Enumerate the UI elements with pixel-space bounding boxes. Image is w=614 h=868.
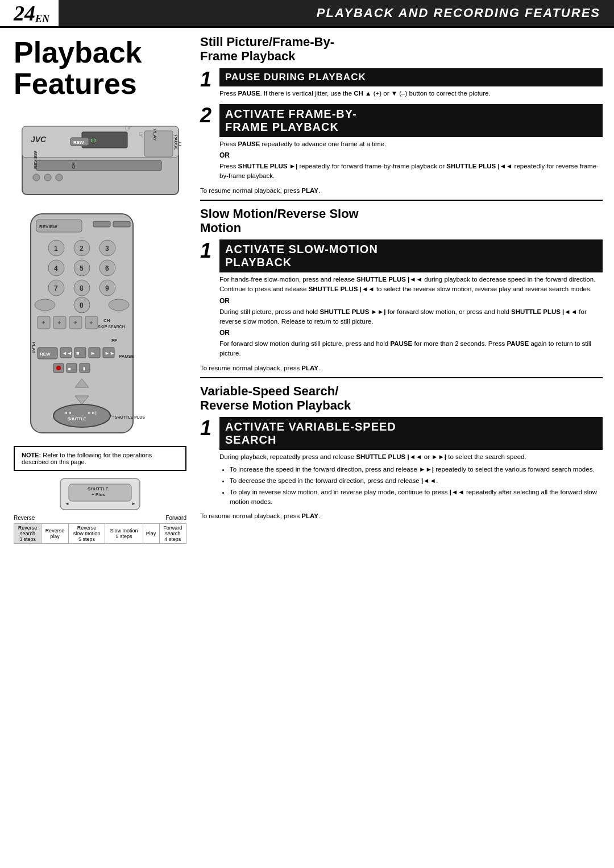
- slow-motion-title: ACTIVATE SLOW-MOTIONPLAYBACK: [225, 243, 597, 269]
- shuttle-direction-row: Reverse Forward: [14, 515, 186, 521]
- svg-point-77: [53, 404, 110, 427]
- svg-text:◄◄: ◄◄: [62, 350, 72, 356]
- main-content: PlaybackFeatures JVC 12:00: [0, 28, 614, 557]
- svg-text:►►: ►►: [105, 350, 115, 356]
- svg-text:■: ■: [68, 366, 71, 371]
- svg-text:⏸: ⏸: [81, 366, 86, 371]
- page-number: 24EN: [0, 0, 59, 26]
- svg-text:CH: CH: [71, 162, 76, 169]
- shuttle-col-reverse-slow: Reverseslow motion5 steps: [68, 524, 105, 544]
- svg-text:+ Plus: + Plus: [92, 492, 105, 497]
- svg-text:7: 7: [54, 284, 58, 292]
- variable-speed-header: ACTIVATE VARIABLE-SPEEDSEARCH: [219, 417, 603, 450]
- svg-text:☞: ☞: [125, 123, 132, 133]
- frame-by-frame-header: ACTIVATE FRAME-BY-FRAME PLAYBACK: [219, 104, 603, 137]
- shuttle-table: Reversesearch3 steps Reverseplay Reverse…: [14, 523, 186, 544]
- svg-text:►►|: ►►|: [88, 411, 97, 415]
- svg-text:+: +: [89, 319, 93, 326]
- still-step-1: 1 PAUSE DURING PLAYBACK Press PAUSE. If …: [200, 68, 603, 101]
- svg-text:■: ■: [76, 350, 79, 356]
- svg-point-5: [44, 174, 51, 181]
- vcr-device-illustration: JVC 12:00 FF PLAY PAUSE REW: [19, 109, 186, 202]
- svg-text:REVIEW: REVIEW: [39, 224, 57, 229]
- shuttle-col-forward-search: Forwardsearch4 steps: [159, 524, 186, 544]
- svg-text:4: 4: [54, 264, 58, 272]
- vcr-svg: JVC 12:00 FF PLAY PAUSE REW: [19, 109, 184, 200]
- svg-text:8: 8: [80, 284, 84, 292]
- svg-text:2: 2: [80, 245, 84, 253]
- frame-by-frame-title: ACTIVATE FRAME-BY-FRAME PLAYBACK: [225, 108, 597, 134]
- section-divider-2: [200, 377, 603, 378]
- svg-text:☟: ☟: [139, 130, 144, 139]
- remote-svg: REVIEW 1 2 3 4 5 6: [14, 211, 150, 439]
- pause-playback-title: PAUSE DURING PLAYBACK: [225, 72, 597, 83]
- svg-text:PAUSE: PAUSE: [119, 354, 135, 359]
- svg-text:+: +: [42, 319, 45, 326]
- still-picture-heading: Still Picture/Frame-By-Frame Playback: [200, 35, 603, 64]
- page-heading: PlaybackFeatures: [14, 37, 186, 99]
- variable-speed-title: ACTIVATE VARIABLE-SPEEDSEARCH: [225, 420, 597, 447]
- slow-motion-text2: During still picture, press and hold SHU…: [219, 307, 603, 327]
- svg-text:5: 5: [80, 264, 84, 272]
- note-prefix: NOTE:: [22, 452, 41, 458]
- svg-text:SHUTTLE: SHUTTLE: [88, 486, 109, 491]
- svg-point-44: [35, 299, 55, 311]
- header-title: PLAYBACK AND RECORDING FEATURES: [59, 0, 614, 26]
- right-column: Still Picture/Frame-By-Frame Playback 1 …: [193, 28, 614, 557]
- svg-text:3: 3: [105, 245, 109, 253]
- svg-text:FF: FF: [111, 338, 117, 343]
- shuttle-diagram: SHUTTLE + Plus ◄ ► Reverse Forward Rever…: [14, 476, 186, 544]
- variable-step-1: 1 ACTIVATE VARIABLE-SPEEDSEARCH During p…: [200, 417, 603, 509]
- still-resume-text: To resume normal playback, press PLAY.: [200, 187, 603, 194]
- step-number-2: 2: [200, 104, 219, 184]
- still-picture-section: Still Picture/Frame-By-Frame Playback 1 …: [200, 35, 603, 194]
- svg-text:REVIEW: REVIEW: [33, 151, 38, 169]
- shuttle-right-label: Forward: [165, 515, 186, 521]
- slow-motion-section: Slow Motion/Reverse SlowMotion 1 ACTIVAT…: [200, 206, 603, 371]
- or-divider-1: OR: [219, 151, 603, 159]
- or-divider-2: OR: [219, 297, 603, 305]
- shuttle-left-label: Reverse: [14, 515, 35, 521]
- svg-rect-23: [113, 221, 130, 227]
- header-title-text: PLAYBACK AND RECORDING FEATURES: [317, 6, 600, 20]
- variable-speed-bullets: To increase the speed in the forward dir…: [219, 465, 603, 507]
- shuttle-col-slow-motion: Slow motion5 steps: [105, 524, 143, 544]
- slow-step-1: 1 ACTIVATE SLOW-MOTIONPLAYBACK For hands…: [200, 239, 603, 361]
- variable-speed-section: Variable-Speed Search/Reverse Motion Pla…: [200, 384, 603, 519]
- svg-text:9: 9: [105, 284, 109, 292]
- bullet-1: To increase the speed in the forward dir…: [230, 465, 603, 474]
- svg-text:PLAY: PLAY: [152, 129, 157, 141]
- svg-text:◄: ◄: [65, 501, 69, 506]
- pause-playback-text: Press PAUSE. If there is vertical jitter…: [219, 89, 603, 98]
- svg-text:JVC: JVC: [31, 135, 47, 144]
- slow-motion-text3: For forward slow motion during still pic…: [219, 339, 603, 359]
- page-en-text: EN: [35, 14, 49, 24]
- shuttle-diagram-svg: SHUTTLE + Plus ◄ ►: [55, 476, 146, 512]
- svg-point-45: [109, 299, 129, 311]
- page-num-text: 24: [14, 2, 35, 24]
- section-divider-1: [200, 200, 603, 201]
- svg-text:PAUSE: PAUSE: [173, 135, 179, 151]
- still-step-2: 2 ACTIVATE FRAME-BY-FRAME PLAYBACK Press…: [200, 104, 603, 184]
- svg-rect-22: [93, 221, 110, 227]
- svg-text:PLAY: PLAY: [31, 342, 36, 354]
- svg-rect-2: [36, 160, 161, 171]
- svg-point-4: [33, 174, 40, 181]
- slow-motion-heading: Slow Motion/Reverse SlowMotion: [200, 206, 603, 235]
- shuttle-col-play: Play: [143, 524, 159, 544]
- variable-speed-heading: Variable-Speed Search/Reverse Motion Pla…: [200, 384, 603, 413]
- svg-text:SHUTTLE PLUS: SHUTTLE PLUS: [115, 415, 145, 419]
- variable-resume-text: To resume normal playback, press PLAY.: [200, 512, 603, 519]
- frame-by-frame-text2: Press SHUTTLE PLUS ►| repeatedly for for…: [219, 162, 603, 181]
- slow-resume-text: To resume normal playback, press PLAY.: [200, 365, 603, 371]
- slow-step-1-content: ACTIVATE SLOW-MOTIONPLAYBACK For hands-f…: [219, 239, 603, 361]
- svg-point-6: [56, 174, 63, 181]
- or-divider-3: OR: [219, 329, 603, 337]
- note-box: NOTE: Refer to the following for the ope…: [14, 446, 186, 471]
- svg-text:1: 1: [54, 245, 58, 253]
- frame-by-frame-text1: Press PAUSE repeatedly to advance one fr…: [219, 139, 603, 149]
- step-1-content: PAUSE DURING PLAYBACK Press PAUSE. If th…: [219, 68, 603, 101]
- svg-text:►: ►: [90, 350, 96, 356]
- variable-speed-text1: During playback, repeatedly press and re…: [219, 452, 603, 462]
- slow-step-number-1: 1: [200, 239, 219, 361]
